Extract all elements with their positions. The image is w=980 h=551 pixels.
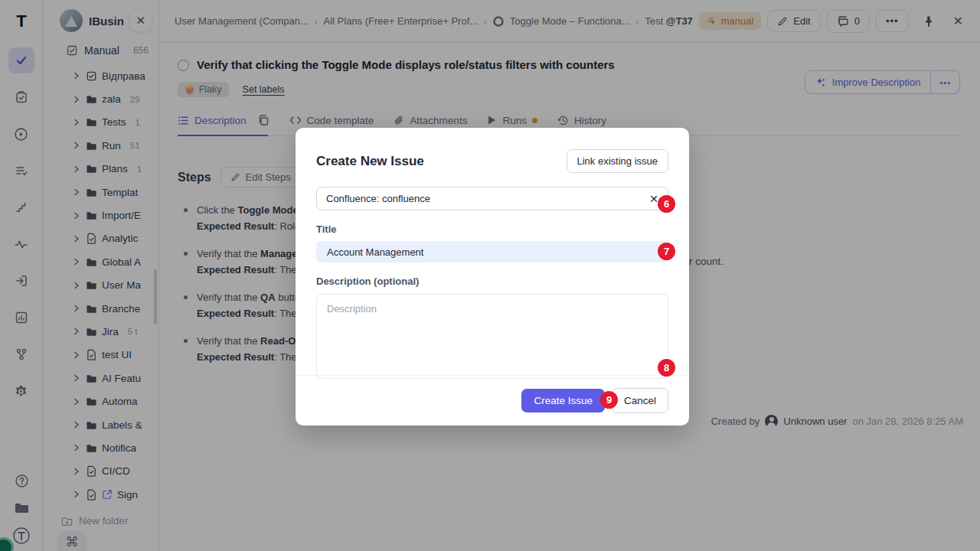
issue-title-value: Account Management: [327, 246, 423, 258]
annotation-badge-7: 7: [658, 243, 675, 260]
title-field-label: Title: [316, 223, 668, 235]
annotation-badge-8: 8: [658, 359, 675, 377]
issue-description-textarea[interactable]: Description: [316, 294, 668, 379]
integration-select[interactable]: Confluence: confluence ✕: [316, 187, 668, 210]
issue-title-input[interactable]: Account Management: [316, 241, 668, 262]
description-placeholder: Description: [327, 303, 377, 315]
annotation-badge-9: 9: [600, 391, 618, 409]
create-issue-modal: Create New Issue Link existing issue Con…: [296, 128, 689, 425]
modal-title: Create New Issue: [316, 154, 424, 169]
link-existing-issue-button[interactable]: Link existing issue: [567, 149, 669, 173]
annotation-badge-6: 6: [658, 195, 675, 213]
cancel-button[interactable]: Cancel: [612, 388, 668, 413]
create-issue-button[interactable]: Create Issue: [521, 389, 605, 412]
app-window: T: [0, 0, 980, 551]
description-field-label: Description (optional): [316, 276, 668, 287]
integration-value: Confluence: confluence: [326, 193, 430, 204]
